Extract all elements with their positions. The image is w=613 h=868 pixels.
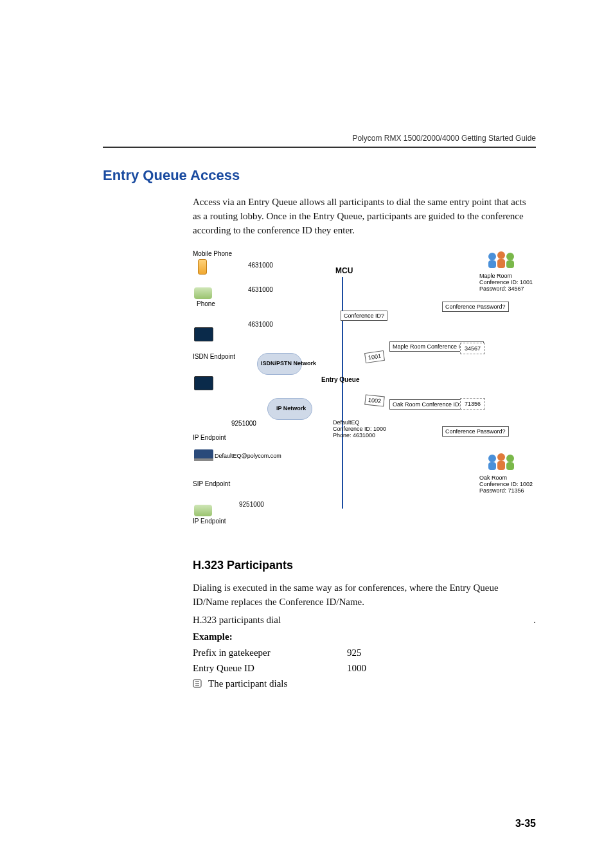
prompt-conf-id: Conference ID? [341,311,387,321]
dial-sip-uri: DefaultEQ@polycom.com [215,453,281,460]
oak-line2: Conference ID: 1002 [479,481,533,487]
h323-dial-line: H.323 participants dial . [193,613,536,628]
svg-rect-5 [506,260,514,268]
isdn-monitor-icon [194,327,213,341]
tag-1002: 1002 [364,395,385,407]
dial-isdn: 4631000 [248,321,273,328]
h323-paragraph: Dialing is executed in the same way as f… [193,581,536,610]
dial-mobile: 4631000 [248,262,273,269]
key-prefix: Prefix in gatekeeper [193,645,347,660]
defaulteq-line2: Conference ID: 1000 [333,426,386,432]
label-phone: Phone [197,300,215,307]
maple-line2: Conference ID: 1001 [479,279,533,285]
svg-point-7 [497,453,505,461]
oak-line1: Oak Room [479,475,507,481]
entry-queue-diagram: Mobile Phone Phone ISDN Endpoint IP Endp… [193,250,540,533]
section-title-entry-queue-access: Entry Queue Access [103,167,536,184]
people-oak-icon [486,452,515,471]
bullet-text: The participant dials [208,676,287,691]
label-isdn-endpoint: ISDN Endpoint [193,353,235,360]
rmx-bullet-icon [193,679,202,688]
prompt-conf-pw-2: Conference Password? [442,426,509,437]
oak-room-info: Oak Room Conference ID: 1002 Password: 7… [479,475,533,494]
dial-phone: 4631000 [248,286,273,293]
laptop-icon [194,449,213,461]
subsection-title-h323: H.323 Participants [193,559,536,572]
label-mcu: MCU [335,267,353,275]
maple-line1: Maple Room [479,273,512,279]
header-rule [103,147,536,148]
phone-icon [194,287,212,299]
key-eq-id: Entry Queue ID [193,660,347,676]
input-34567: 34567 [460,343,485,354]
svg-point-2 [506,253,514,260]
label-ip-endpoint: IP Endpoint [193,434,226,441]
svg-rect-4 [497,259,505,268]
bullet-participant-dials: The participant dials [193,676,536,691]
svg-rect-10 [497,461,505,470]
page-number: 3-35 [515,818,536,829]
label-isdn-network: ISDN/PSTN Network [261,361,316,367]
ip-phone-icon [194,505,212,516]
input-71356: 71356 [460,398,485,410]
defaulteq-line3: Phone: 4631000 [333,432,375,439]
val-prefix: 925 [347,645,362,660]
ip-monitor-icon [194,376,213,390]
svg-rect-9 [488,462,496,470]
svg-point-6 [488,455,496,462]
label-sip-endpoint: SIP Endpoint [193,480,230,487]
mobile-phone-icon [198,259,207,275]
running-header: Polycom RMX 1500/2000/4000 Getting Start… [352,134,536,143]
h323-dial-text: H.323 participants dial [193,615,281,625]
tag-1001: 1001 [364,350,385,363]
label-entry-queue: Entry Queue [321,376,359,383]
svg-point-8 [506,455,514,462]
entry-queue-text: Entry Queue [321,376,359,383]
maple-line3: Password: 34567 [479,285,524,292]
svg-rect-3 [488,260,496,268]
dial-ip: 9251000 [231,420,256,427]
oak-line3: Password: 71356 [479,487,524,494]
example-label: Example: [193,631,536,642]
dial-ip2: 9251000 [239,501,264,508]
maple-room-info: Maple Room Conference ID: 1001 Password:… [479,273,533,293]
defaulteq-block: DefaultEQ Conference ID: 1000 Phone: 463… [333,420,386,439]
row-eq-id: Entry Queue ID 1000 [193,660,536,676]
people-maple-icon [486,250,515,269]
label-mobile-phone: Mobile Phone [193,250,232,257]
intro-paragraph: Access via an Entry Queue allows all par… [193,195,536,237]
defaulteq-line1: DefaultEQ [333,419,360,426]
val-eq-id: 1000 [347,660,366,676]
svg-point-0 [488,253,496,260]
svg-point-1 [497,251,505,259]
label-ip-endpoint-2: IP Endpoint [193,518,226,525]
svg-rect-11 [506,462,514,470]
prompt-conf-pw-1: Conference Password? [442,302,509,312]
label-ip-network: IP Network [276,406,306,412]
row-prefix: Prefix in gatekeeper 925 [193,645,536,660]
